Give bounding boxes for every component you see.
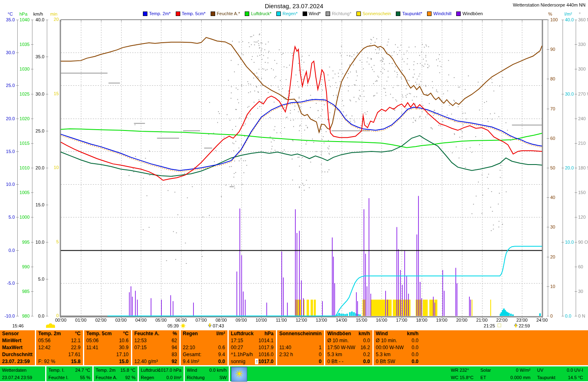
stats-row: Gesamt:9.4	[181, 351, 227, 358]
legend-color-swatch	[211, 11, 215, 16]
legend-label: Windchill	[433, 11, 451, 16]
legend-item: Windchill	[427, 11, 451, 16]
status-readout: 0.0 UV-I	[546, 366, 583, 374]
stats-row: 17:50W-NW16.2	[325, 344, 372, 351]
legend-item: Sonnenschein	[356, 11, 391, 16]
status-readout: WC 15.8°C	[451, 374, 473, 381]
stats-column-sensor: SensorMinWertMaxWertDurchschnitt23.07. 2…	[0, 330, 35, 365]
status-segment: Temp. 2m15.8 °CFeuchte A.92 %	[94, 366, 138, 381]
stats-row: Durchschnitt	[0, 351, 35, 358]
stats-row: 17:151014.1	[229, 337, 276, 344]
stats-column-windb-en: Windböenkm/hØ 10 min.0.017:50W-NW16.25.3…	[325, 330, 372, 365]
stats-row: 12:5362	[132, 337, 179, 344]
stats-row: Windböenkm/h	[325, 330, 372, 337]
status-readout: UV	[537, 366, 543, 374]
legend-color-swatch	[356, 11, 361, 16]
stats-row: 5.3 km0.0	[374, 351, 421, 358]
legend-item: Richtung*	[326, 11, 351, 16]
stats-row: 0 Bft SW0.0	[374, 358, 421, 365]
status-segment: Wind0.0 km/hRichtungSW	[185, 366, 229, 381]
status-segment: Luftdruck1017.0 hPaRegen0.0 l/m²	[139, 366, 184, 381]
stats-row: 05:5612.1	[36, 337, 83, 344]
stats-column-temp-5cm: Temp. 5cm°C05:0610.611:4130.917.1015.0	[84, 330, 131, 365]
legend-item: Taupunkt*	[396, 11, 422, 16]
legend-label: Feuchte A.*	[217, 11, 240, 16]
status-readout: Solar	[480, 366, 491, 374]
stats-row: 07:1594	[132, 344, 179, 351]
status-line: RichtungSW	[187, 374, 227, 381]
chart-legend: Temp. 2m*Temp. 5cm*Feuchte A.*Luftdruck*…	[143, 11, 483, 16]
stats-row: 12:4222.9	[36, 344, 83, 351]
stats-row: 00:271017.9	[229, 344, 276, 351]
stats-row: 9.4 l/m²0.0	[181, 358, 227, 365]
stats-column-luftdruck: LuftdruckhPa17:151014.100:271017.9^1.1hP…	[229, 330, 276, 365]
legend-item: Windböen	[456, 11, 483, 16]
status-line: Temp. 2m15.8 °C	[96, 366, 136, 374]
column-separator	[372, 330, 374, 365]
stats-row: Ø 10 min.0.0	[374, 337, 421, 344]
page-title: Dienstag, 23.07.2024	[0, 2, 588, 9]
stats-row: LuftdruckhPa	[229, 330, 276, 337]
stats-row: Temp. 2m°C	[36, 330, 83, 337]
stats-row: 2:32 h0	[277, 351, 324, 358]
status-readout: 0 W/m²	[493, 366, 531, 374]
stats-row: 0	[277, 358, 324, 365]
current-weather-status-bar: Wetterdaten23.07.24 23:59Temp. I.24.7 °C…	[0, 366, 588, 381]
stats-row: 00:00W-NW0.0	[374, 344, 421, 351]
status-readout: 0.000 mm	[493, 374, 531, 381]
stats-row: Ø 10 min.0.0	[325, 337, 372, 344]
column-separator	[35, 330, 36, 365]
legend-color-swatch	[245, 11, 249, 16]
column-separator	[227, 330, 229, 365]
stats-row: 11:401	[277, 344, 324, 351]
legend-label: Temp. 2m*	[149, 11, 171, 16]
stats-row: MinWert	[0, 337, 35, 344]
stats-row: 23.07. 23:59	[0, 358, 35, 365]
legend-color-swatch	[276, 11, 281, 16]
status-line: Luftdruck1017.0 hPa	[141, 366, 181, 374]
stats-row: ^1.1hPa/h1016.0	[229, 351, 276, 358]
sensor-stats-table: SensorMinWertMaxWertDurchschnitt23.07. 2…	[0, 330, 588, 365]
legend-item: Temp. 5cm*	[176, 11, 206, 16]
weather-chart-canvas	[0, 0, 588, 330]
stats-row: Sensor	[0, 330, 35, 337]
stats-row	[277, 337, 324, 344]
stats-column-temp-2m: Temp. 2m°C05:5612.112:4222.917.61F: 92 %…	[36, 330, 83, 365]
stats-row: 05:0610.6	[84, 337, 131, 344]
stats-row	[181, 337, 227, 344]
column-separator	[83, 330, 84, 365]
stats-row: 15.0	[84, 358, 131, 365]
column-separator	[179, 330, 181, 365]
segment-separator	[229, 366, 230, 381]
stats-row: sonnig↑1017.0	[229, 358, 276, 365]
status-line: Temp. I.24.7 °C	[48, 366, 90, 374]
stats-column-regen: Regenl/m²22:100.6Gesamt:9.49.4 l/m²0.0	[181, 330, 227, 365]
stats-row: 11:4130.9	[84, 344, 131, 351]
stats-row: Regenl/m²	[181, 330, 227, 337]
stats-column-sonnenschein: Sonnenscheinmin11:4012:32 h00	[277, 330, 324, 365]
legend-item: Regen*	[276, 11, 298, 16]
legend-color-swatch	[427, 11, 432, 16]
stats-row: 5.3 km0.2	[325, 351, 372, 358]
legend-item: Wind*	[303, 11, 321, 16]
legend-color-swatch	[143, 11, 147, 16]
station-name: Wetterstation Niedersorpe 440m NN	[513, 2, 586, 7]
legend-label: Luftdruck*	[251, 11, 271, 16]
stats-row: F: 92 %15.8	[36, 358, 83, 365]
legend-item: Feuchte A.*	[211, 11, 240, 16]
stats-row: 83	[132, 351, 179, 358]
stats-row: MaxWert	[0, 344, 35, 351]
status-segment: Temp. I.24.7 °CFeuchte I.55 %	[46, 366, 92, 381]
status-line: Regen0.0 l/m²	[141, 374, 181, 381]
legend-color-swatch	[326, 11, 330, 16]
legend-label: Regen*	[283, 11, 298, 16]
status-readout: ET	[480, 374, 486, 381]
legend-label: Temp. 5cm*	[182, 11, 206, 16]
legend-label: Windböen	[462, 11, 483, 16]
stats-row: 22:100.6	[181, 344, 227, 351]
stats-row: 12.40 g/m³92	[132, 358, 179, 365]
stats-row: Feuchte A.%	[132, 330, 179, 337]
column-separator	[131, 330, 132, 365]
status-line: Feuchte A.92 %	[96, 374, 136, 381]
stats-row: 17.10	[84, 351, 131, 358]
